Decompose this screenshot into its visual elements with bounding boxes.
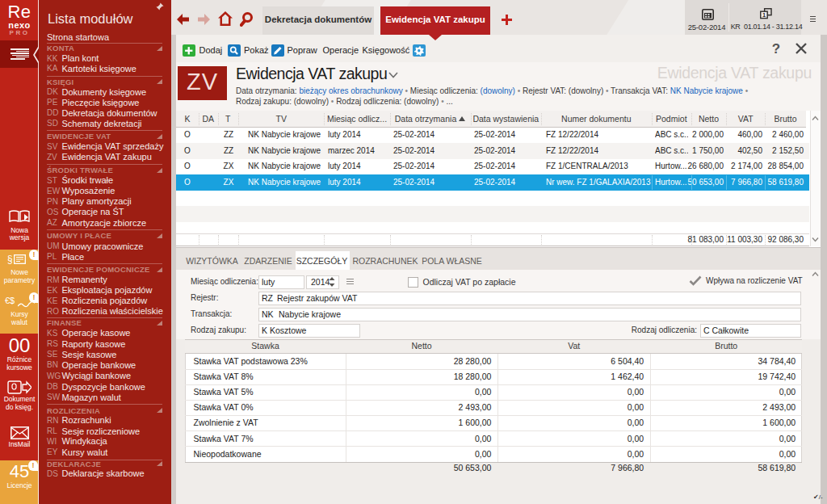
svg-text:1: 1 (762, 11, 766, 19)
